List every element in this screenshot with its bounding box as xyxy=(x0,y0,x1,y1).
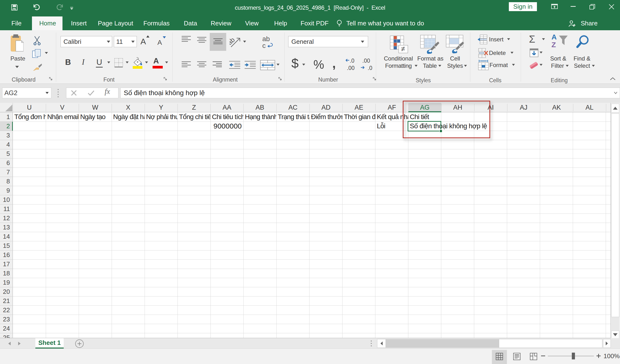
svg-text:c: c xyxy=(262,42,266,49)
svg-text:≠: ≠ xyxy=(401,45,405,53)
svg-text:ab: ab xyxy=(262,36,270,43)
